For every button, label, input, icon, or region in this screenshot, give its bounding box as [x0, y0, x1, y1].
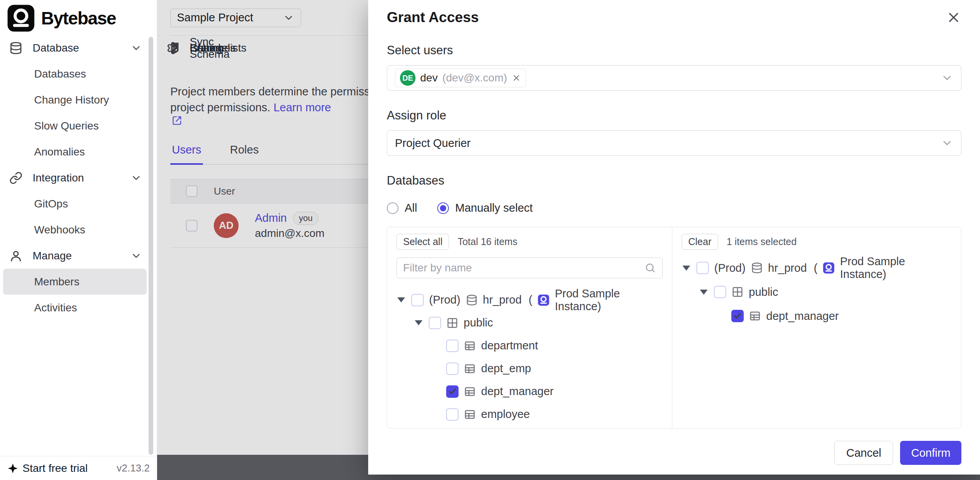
selected-user-chip: DE dev (dev@x.com) [395, 69, 526, 87]
tree-row-hr_prod[interactable]: (Prod)hr_prod(Prod Sample Instance) [682, 256, 952, 280]
sidebar-item-databases[interactable]: Databases [3, 61, 147, 87]
instance-paren: ( [529, 294, 533, 306]
table-icon [464, 363, 476, 375]
checkbox[interactable] [446, 408, 459, 421]
instance-label: Prod Sample Instance) [840, 255, 952, 281]
trial-label: Start free trial [23, 462, 88, 475]
chevron-down-icon [941, 137, 953, 149]
remove-user-icon[interactable] [512, 73, 521, 83]
checkbox[interactable] [696, 262, 709, 274]
tree-row-dept_emp[interactable]: dept_emp [397, 357, 663, 380]
environment-label: (Prod) [714, 262, 746, 275]
chevron-down-icon [130, 172, 142, 184]
table-icon [464, 386, 476, 397]
chip-user-name: dev [420, 72, 438, 84]
tree-row-department[interactable]: department [397, 334, 663, 357]
total-items-label: Total 16 items [457, 236, 517, 247]
sidebar-item-activities[interactable]: Activities [3, 295, 147, 321]
selected-panel: Clear 1 items selected (Prod)hr_prod(Pro… [672, 227, 961, 428]
caret-down-icon[interactable] [682, 266, 691, 271]
radio-all[interactable]: All [387, 202, 417, 214]
table-icon [749, 310, 761, 322]
bytebase-instance-icon [538, 294, 549, 306]
source-panel: Select all Total 16 items (Prod)hr_prod(… [387, 227, 672, 428]
checkbox[interactable] [714, 286, 726, 298]
tree-node-label: public [749, 286, 778, 299]
dialog-footer: Cancel Confirm [368, 431, 980, 475]
sidebar-item-gitops[interactable]: GitOps [3, 191, 147, 217]
app-window: Bytebase DatabaseDatabasesChange History… [0, 0, 980, 480]
tree-node-label: employee [481, 408, 530, 421]
instance-paren: ( [814, 262, 818, 275]
selected-tree: (Prod)hr_prod(Prod Sample Instance)publi… [682, 256, 952, 328]
start-free-trial-button[interactable]: Start free trial [7, 462, 88, 475]
role-select[interactable]: Project Querier [387, 130, 961, 156]
tree-row-public[interactable]: public [397, 311, 663, 334]
sidebar-item-label: Anomalies [34, 146, 85, 158]
user-multiselect[interactable]: DE dev (dev@x.com) [387, 65, 961, 91]
sidebar-item-label: Databases [34, 68, 86, 80]
sidebar-item-anomalies[interactable]: Anomalies [3, 139, 147, 165]
sidebar-item-webhooks[interactable]: Webhooks [3, 217, 147, 243]
checkbox[interactable] [446, 363, 459, 375]
sidebar-item-label: Webhooks [34, 224, 85, 236]
database-icon [9, 41, 23, 55]
radio-circle-icon [387, 202, 398, 214]
tree-node-label: hr_prod [483, 294, 522, 306]
chevron-down-icon [130, 250, 142, 262]
dialog-title: Grant Access [387, 9, 479, 26]
bytebase-logo-icon [7, 4, 35, 32]
checkbox-checked[interactable] [446, 385, 459, 398]
sidebar-item-integration[interactable]: Integration [3, 165, 147, 191]
caret-down-icon[interactable] [397, 297, 406, 302]
chevron-down-icon [130, 42, 142, 54]
sidebar-item-database[interactable]: Database [3, 35, 147, 61]
tree-node-label: hr_prod [768, 262, 807, 275]
checkbox[interactable] [429, 317, 441, 329]
select-all-button[interactable]: Select all [397, 234, 449, 250]
sidebar: Bytebase DatabaseDatabasesChange History… [0, 0, 157, 480]
instance-label: Prod Sample Instance) [555, 287, 663, 313]
tree-row-dept_manager[interactable]: dept_manager [397, 380, 663, 403]
sidebar-item-label: GitOps [34, 198, 68, 210]
checkbox[interactable] [446, 340, 459, 352]
chevron-down-icon [941, 72, 953, 84]
sidebar-item-label: Activities [34, 302, 77, 314]
environment-label: (Prod) [429, 294, 461, 306]
close-button[interactable] [946, 10, 961, 25]
database-icon [466, 294, 478, 306]
sidebar-scrollbar[interactable] [149, 37, 153, 455]
sidebar-item-members[interactable]: Members [3, 269, 147, 295]
integration-icon [9, 171, 23, 185]
version-label: v2.13.2 [117, 462, 150, 474]
tree-row-public[interactable]: public [682, 280, 952, 304]
database-scope-radios: All Manually select [387, 202, 961, 214]
caret-down-icon[interactable] [699, 290, 708, 295]
database-transfer: Select all Total 16 items (Prod)hr_prod(… [387, 227, 961, 428]
checkbox[interactable] [411, 294, 424, 306]
sidebar-item-label: Database [33, 42, 79, 54]
tree-row-hr_prod[interactable]: (Prod)hr_prod(Prod Sample Instance) [397, 288, 663, 311]
sidebar-item-manage[interactable]: Manage [3, 243, 147, 269]
radio-manually-select[interactable]: Manually select [437, 202, 533, 214]
tree-node-label: dept_manager [766, 310, 839, 323]
user-icon [9, 249, 23, 262]
databases-label: Databases [387, 174, 961, 188]
sidebar-item-slow-queries[interactable]: Slow Queries [3, 113, 147, 139]
assign-role-label: Assign role [387, 109, 961, 123]
filter-box [397, 257, 663, 278]
sidebar-footer: Start free trial v2.13.2 [0, 456, 157, 480]
clear-button[interactable]: Clear [682, 234, 718, 250]
filter-input[interactable] [403, 262, 644, 274]
tree-row-employee[interactable]: employee [397, 403, 663, 426]
bytebase-instance-icon [823, 262, 835, 274]
confirm-button[interactable]: Confirm [900, 441, 961, 465]
checkbox-checked[interactable] [731, 310, 744, 322]
caret-down-icon[interactable] [414, 320, 423, 325]
sparkle-icon [7, 463, 19, 474]
logo-text: Bytebase [41, 8, 116, 29]
sidebar-item-change-history[interactable]: Change History [3, 87, 147, 113]
cancel-button[interactable]: Cancel [834, 441, 893, 465]
grant-access-dialog: Grant Access Select users DE dev (dev@x.… [368, 0, 980, 475]
tree-row-dept_manager[interactable]: dept_manager [682, 304, 952, 328]
